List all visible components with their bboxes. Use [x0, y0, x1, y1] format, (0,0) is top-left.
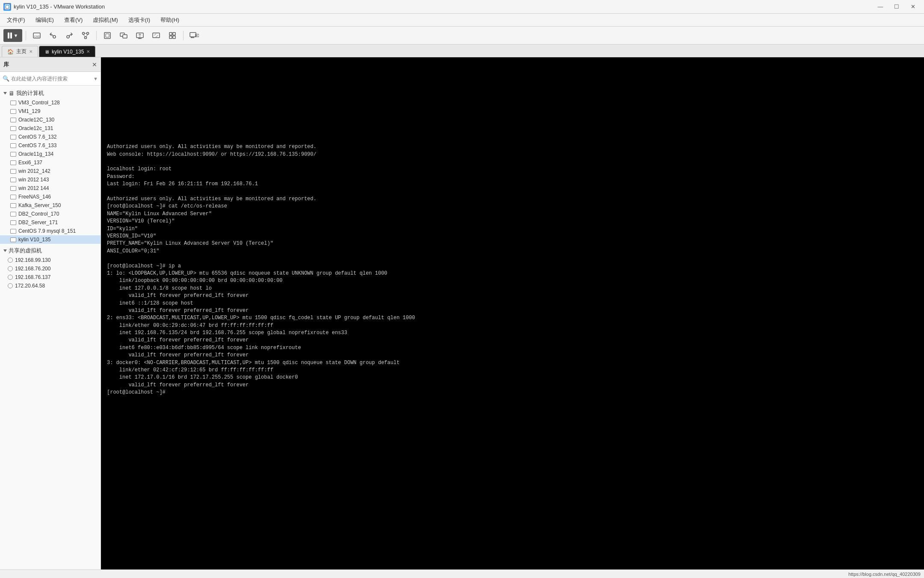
menu-vm[interactable]: 虚拟机(M): [88, 15, 123, 26]
search-input[interactable]: [11, 76, 92, 82]
shared-vms-label: 共享的虚拟机: [9, 247, 42, 255]
menu-help[interactable]: 帮助(H): [155, 15, 184, 26]
fullscreen-button[interactable]: [100, 29, 115, 42]
menu-view[interactable]: 查看(V): [59, 15, 88, 26]
shared-item-1[interactable]: 192.168.99.130: [0, 256, 101, 264]
svg-point-4: [53, 36, 56, 38]
minimize-button[interactable]: —: [873, 1, 888, 12]
shared-item-2[interactable]: 192.168.76.200: [0, 264, 101, 273]
pause-resume-button[interactable]: ▼: [3, 29, 22, 42]
shared-vms-header[interactable]: 共享的虚拟机: [0, 246, 101, 256]
maximize-button[interactable]: ☐: [889, 1, 904, 12]
sidebar-item-centos-132[interactable]: CentOS 7.6_132: [0, 133, 101, 141]
shared-item-4[interactable]: 172.20.64.58: [0, 282, 101, 290]
sidebar-item-db2-control[interactable]: DB2_Control_170: [0, 210, 101, 218]
sidebar-close-button[interactable]: ✕: [92, 61, 97, 68]
vm-label: win 2012 144: [18, 185, 49, 191]
svg-rect-21: [169, 33, 172, 35]
computer-icon: 🖥: [9, 90, 15, 97]
vm-icon: [10, 152, 16, 157]
status-url: https://blog.csdn.net/qq_40220309: [848, 572, 921, 577]
shared-item-3[interactable]: 192.168.76.137: [0, 273, 101, 282]
svg-rect-22: [173, 33, 175, 35]
tabs-bar: 🏠 主页 ✕ 🖥 kylin V10_135 ✕: [0, 44, 924, 57]
window-title: kylin V10_135 - VMware Workstation: [14, 3, 873, 10]
menubar: 文件(F) 编辑(E) 查看(V) 虚拟机(M) 选项卡(I) 帮助(H): [0, 14, 924, 27]
vm-icon: [10, 178, 16, 182]
close-button[interactable]: ✕: [905, 1, 921, 12]
sidebar-item-esxi6[interactable]: Esxi6_137: [0, 158, 101, 167]
vm-label: win 2012_142: [18, 168, 50, 174]
shared-label: 172.20.64.58: [15, 283, 45, 289]
menu-edit[interactable]: 编辑(E): [30, 15, 59, 26]
search-dropdown-icon[interactable]: ▼: [93, 76, 98, 81]
vm-icon: [10, 186, 16, 191]
vm-icon: [10, 169, 16, 174]
sidebar-item-oracle11g[interactable]: Oracle11g_134: [0, 150, 101, 158]
my-computer-header[interactable]: 🖥 我的计算机: [0, 88, 101, 98]
network-icon: [8, 283, 13, 288]
send-ctrl-alt-del-button[interactable]: CAD: [30, 29, 44, 42]
tab-vm[interactable]: 🖥 kylin V10_135 ✕: [39, 46, 95, 57]
sidebar-item-centos-mysql[interactable]: CentOS 7.9 mysql 8_151: [0, 227, 101, 235]
vm-icon: [10, 203, 16, 208]
vm-icon: [10, 160, 16, 165]
vm-icon: [10, 135, 16, 139]
sidebar-list: 🖥 我的计算机 VM3_Control_128 VM1_129 Oracle12…: [0, 86, 101, 569]
search-icon: 🔍: [3, 75, 9, 82]
snapshot-take-button[interactable]: [62, 29, 77, 42]
window-size-button[interactable]: [116, 29, 131, 42]
app-icon: [3, 3, 11, 11]
sidebar-item-kafka[interactable]: Kafka_Server_150: [0, 201, 101, 210]
vm-label: CentOS 7.6_132: [18, 134, 56, 140]
sidebar-item-win2012-142[interactable]: win 2012_142: [0, 167, 101, 175]
svg-point-7: [87, 32, 89, 34]
vm-console[interactable]: Authorized users only. All activities ma…: [101, 57, 924, 569]
sidebar-item-freenas[interactable]: FreeNAS_146: [0, 193, 101, 201]
svg-text:CAD: CAD: [34, 35, 40, 38]
vm-icon: [10, 126, 16, 131]
vm-icon: [10, 212, 16, 216]
svg-rect-25: [190, 33, 196, 37]
menu-tabs[interactable]: 选项卡(I): [123, 15, 155, 26]
sidebar-item-kylin[interactable]: kylin V10_135: [0, 235, 101, 244]
shared-label: 192.168.76.200: [15, 266, 50, 272]
my-computer-label: 我的计算机: [16, 89, 44, 97]
vm-icon: [10, 195, 16, 199]
expand-icon: [3, 92, 7, 95]
stretch-button[interactable]: [149, 29, 163, 42]
vm-label: VM1_129: [18, 108, 40, 114]
vm-label: DB2_Control_170: [18, 211, 59, 217]
tab-home-close[interactable]: ✕: [29, 49, 33, 54]
sidebar-item-win2012-144[interactable]: win 2012 144: [0, 184, 101, 193]
sidebar-search-bar: 🔍 ▼: [0, 72, 101, 86]
display-mode-button[interactable]: [133, 29, 147, 42]
vm-label: kylin V10_135: [18, 237, 50, 243]
vm-label: Kafka_Server_150: [18, 202, 61, 208]
snapshot-manager-button[interactable]: [78, 29, 93, 42]
sidebar: 库 ✕ 🔍 ▼ 🖥 我的计算机 VM3_Control_128: [0, 57, 101, 569]
display-settings-button[interactable]: ▼: [187, 29, 201, 42]
home-icon: 🏠: [7, 49, 14, 55]
sidebar-item-oracle12c-130[interactable]: Oracle12C_130: [0, 116, 101, 124]
sidebar-item-centos-133[interactable]: CentOS 7.6_133: [0, 141, 101, 150]
menu-file[interactable]: 文件(F): [2, 15, 30, 26]
vm-label: DB2_Server_171: [18, 219, 58, 225]
sidebar-item-vm3[interactable]: VM3_Control_128: [0, 98, 101, 107]
tab-home-label: 主页: [16, 48, 27, 55]
vm-display-area[interactable]: Authorized users only. All activities ma…: [101, 57, 924, 569]
network-icon: [8, 258, 13, 263]
sidebar-item-win2012-143[interactable]: win 2012 143: [0, 175, 101, 184]
unity-button[interactable]: [165, 29, 180, 42]
network-icon: [8, 266, 13, 271]
tab-vm-close[interactable]: ✕: [86, 49, 90, 54]
main-area: 库 ✕ 🔍 ▼ 🖥 我的计算机 VM3_Control_128: [0, 57, 924, 569]
statusbar: https://blog.csdn.net/qq_40220309: [0, 569, 924, 578]
sidebar-item-vm1[interactable]: VM1_129: [0, 107, 101, 116]
snapshot-revert-button[interactable]: [46, 29, 60, 42]
sidebar-item-oracle12c-131[interactable]: Oracle12c_131: [0, 124, 101, 133]
sidebar-item-db2-server[interactable]: DB2_Server_171: [0, 218, 101, 227]
tab-home[interactable]: 🏠 主页 ✕: [2, 46, 38, 57]
shared-label: 192.168.99.130: [15, 257, 50, 263]
pause-dropdown-arrow[interactable]: ▼: [14, 33, 18, 38]
